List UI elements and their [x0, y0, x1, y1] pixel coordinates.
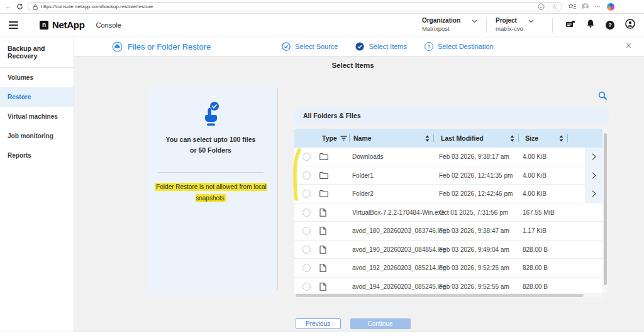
step-select-destination[interactable]: 3 Select Destination	[425, 42, 494, 51]
column-name[interactable]: Name	[353, 129, 372, 148]
divider	[433, 134, 434, 142]
url-text[interactable]: https://console.netapp.com/backup-restor…	[41, 4, 535, 9]
step-label: Select Destination	[438, 43, 494, 50]
row-modified: Feb 03 2026, 9:38:47 am	[439, 227, 509, 234]
favorites-bar-icon[interactable]	[568, 1, 576, 13]
row-modified: Feb 02 2026, 12:42:46 pm	[439, 190, 513, 197]
table-row[interactable]: avod_190_20260203_084854.log Feb 03 2026…	[294, 241, 602, 259]
divider	[552, 18, 553, 33]
table-row[interactable]: VirtualBox-7.2.2-170484-Win.exe Oct 01 2…	[294, 203, 602, 222]
feedback-smiley-icon[interactable]	[538, 1, 545, 13]
notifications-bell-icon[interactable]	[586, 19, 595, 31]
file-icon	[319, 209, 326, 217]
table-row[interactable]: avod_192_20260203_085214.log Feb 03 2026…	[294, 259, 602, 278]
close-icon[interactable]: ×	[626, 40, 631, 53]
local-snapshot-note: Folder Restore is not allowed from local…	[155, 183, 267, 202]
row-radio[interactable]	[303, 227, 311, 235]
search-icon[interactable]	[598, 91, 607, 102]
horizontal-scrollbar[interactable]	[294, 293, 602, 298]
step-label: Select Items	[369, 43, 407, 50]
sidebar-item-volumes[interactable]: Volumes	[0, 68, 74, 87]
row-radio[interactable]	[303, 283, 311, 291]
browser-menu-icon[interactable]: ⋯	[594, 3, 601, 10]
account-icon[interactable]	[625, 19, 635, 31]
console-switcher-icon[interactable]	[565, 19, 575, 31]
row-modified: Feb 03 2026, 9:38:17 am	[439, 153, 509, 160]
column-type[interactable]: Type	[322, 129, 347, 148]
selection-limit-line1: You can select upto 100 files	[147, 134, 275, 145]
favorite-star-icon[interactable]: ☆	[552, 4, 557, 10]
help-icon[interactable]: ?	[606, 21, 614, 30]
column-type-label: Type	[322, 134, 337, 142]
column-size[interactable]: Size	[525, 129, 538, 148]
selection-info-panel: You can select upto 100 files or 50 Fold…	[147, 86, 275, 295]
row-size: 4.00 KiB	[523, 153, 547, 160]
group-header-label: All Folders & Files	[303, 112, 361, 119]
row-modified: Feb 03 2026, 9:52:25 am	[439, 264, 509, 271]
table-row[interactable]: avod_194_20260203_085245.log Feb 03 2026…	[294, 278, 602, 293]
step-select-items[interactable]: Select Items	[355, 42, 407, 51]
chevron-right-icon	[592, 190, 596, 197]
table-row[interactable]: Folder1 Feb 02 2026, 12:41:35 pm 4.00 Ki…	[294, 166, 602, 185]
sidebar-item-virtual-machines[interactable]: Virtual machines	[0, 107, 74, 126]
step-select-source[interactable]: Select Source	[282, 42, 338, 51]
column-last-modified[interactable]: Last Modified	[441, 129, 484, 148]
chevron-right-icon	[592, 172, 596, 179]
hamburger-menu-icon[interactable]	[9, 21, 18, 29]
row-modified: Feb 02 2026, 12:41:35 pm	[439, 172, 513, 179]
row-size: 167.55 MiB	[523, 209, 555, 216]
wizard-title-group: Files or Folder Restore	[112, 36, 211, 57]
product-name: Console	[96, 21, 121, 29]
divider	[567, 134, 568, 142]
sort-name-icon[interactable]	[425, 129, 430, 148]
step-number-icon: 3	[425, 42, 433, 51]
column-name-label: Name	[353, 134, 372, 142]
divider	[349, 134, 350, 142]
row-radio[interactable]	[303, 246, 311, 254]
row-drill[interactable]	[585, 148, 602, 166]
table-row[interactable]: avod_180_20260203_083746.log Feb 03 2026…	[294, 222, 602, 241]
row-type-icon	[319, 264, 326, 273]
sidebar-item-restore[interactable]: Restore	[0, 87, 74, 107]
filter-icon[interactable]	[340, 136, 347, 141]
browser-chrome: ← https://console.netapp.com/backup-rest…	[0, 0, 644, 14]
row-radio[interactable]	[303, 153, 311, 161]
scrollbar-thumb[interactable]	[296, 294, 584, 297]
back-icon[interactable]: ←	[5, 3, 12, 10]
lock-icon	[33, 1, 38, 13]
chevron-down-icon	[528, 19, 534, 23]
row-drill[interactable]	[585, 166, 602, 185]
table-row[interactable]: Downloads Feb 03 2026, 9:38:17 am 4.00 K…	[294, 148, 602, 166]
row-size: 828.00 B	[523, 283, 548, 290]
previous-button[interactable]: Previous	[296, 318, 341, 329]
row-name: avod_180_20260203_083746.log	[352, 227, 446, 234]
row-drill[interactable]	[585, 185, 602, 203]
row-radio[interactable]	[303, 264, 311, 272]
row-radio[interactable]	[303, 171, 311, 180]
address-bar[interactable]: https://console.netapp.com/backup-restor…	[28, 2, 562, 11]
row-type-icon	[319, 283, 326, 292]
sort-size-icon[interactable]	[559, 129, 564, 148]
vertical-scrollbar[interactable]	[603, 129, 608, 293]
organization-selector[interactable]: Organization Matrixpost	[422, 17, 477, 32]
step-label: Select Source	[295, 43, 338, 50]
row-radio[interactable]	[303, 190, 311, 198]
divider	[486, 18, 487, 33]
table-row[interactable]: Folder2 Feb 02 2026, 12:42:46 pm 4.00 Ki…	[294, 185, 602, 203]
browser-profile-icon[interactable]	[582, 3, 589, 10]
project-selector[interactable]: Project matrix-cvo	[496, 17, 543, 32]
row-radio[interactable]	[303, 209, 311, 217]
main-content: Select Items You can select upto 100 fil…	[74, 57, 644, 332]
sidebar-item-job-monitoring[interactable]: Job monitoring	[0, 126, 74, 146]
scrollbar-thumb[interactable]	[604, 133, 607, 285]
row-name: avod_192_20260203_085214.log	[352, 264, 446, 271]
app-header: n NetApp Console Organization Matrixpost…	[0, 14, 644, 36]
refresh-icon[interactable]	[16, 3, 23, 10]
continue-button[interactable]: Continue	[350, 318, 411, 329]
sidebar-item-reports[interactable]: Reports	[0, 146, 74, 165]
sort-last-modified-icon[interactable]	[510, 129, 514, 148]
column-last-modified-label: Last Modified	[441, 134, 484, 142]
copilot-icon[interactable]	[607, 3, 614, 11]
hand-select-icon	[147, 101, 275, 129]
row-size: 1.17 KiB	[523, 227, 547, 234]
